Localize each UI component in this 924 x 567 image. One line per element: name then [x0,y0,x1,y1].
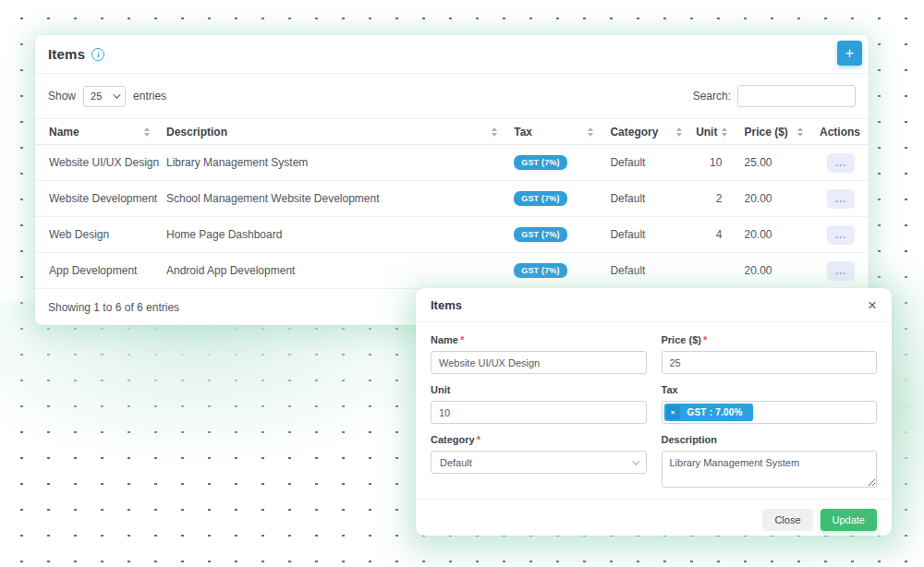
category-field-group: Category* Default [431,434,647,491]
tax-chip-label: GST : 7.00% [682,407,753,417]
cell-description: School Management Website Development [161,181,508,217]
column-header-unit[interactable]: Unit [693,119,739,145]
table-controls: Show 25 entries Search: [35,74,869,118]
table-row: Website UI/UX Design Library Management … [35,145,869,181]
column-header-actions: Actions [814,119,869,145]
items-table-card: Items i + Show 25 entries Search: Name D… [35,35,869,325]
unit-field[interactable] [431,401,647,424]
cell-description: Library Management System [161,145,508,181]
cell-actions: ... [814,253,869,289]
close-button[interactable]: Close [762,509,812,531]
edit-item-modal: Items × Name* Price ($)* Unit Tax × GST … [416,288,892,536]
modal-title: Items [431,298,462,312]
chevron-down-icon [632,457,639,464]
cell-price: 20.00 [738,253,814,289]
page-size-select[interactable]: 25 [83,86,126,107]
tax-badge: GST (7%) [514,227,567,242]
show-label: Show [48,90,76,103]
entries-label: entries [133,90,166,103]
cell-unit [693,253,739,289]
tax-label: Tax [662,384,878,395]
sort-icon [492,127,497,137]
page-size-value: 25 [91,90,102,102]
page-size-control: Show 25 entries [48,86,166,107]
remove-tax-icon[interactable]: × [666,405,680,419]
description-field[interactable]: Library Management System [662,451,878,488]
cell-name: App Development [35,253,161,289]
sort-icon [676,127,682,137]
unit-label: Unit [431,384,647,395]
cell-category: Default [604,253,692,289]
price-label: Price ($)* [662,334,878,345]
info-icon[interactable]: i [91,48,104,61]
row-actions-button[interactable]: ... [827,225,855,245]
table-row: Web Design Home Page Dashboard GST (7%) … [35,217,869,253]
required-asterisk: * [460,334,464,345]
cell-price: 20.00 [738,217,814,253]
unit-field-group: Unit [431,384,647,424]
cell-name: Web Design [35,217,161,253]
cell-unit: 4 [693,217,739,253]
tax-badge: GST (7%) [514,155,567,170]
cell-name: Website Development [35,181,161,217]
column-header-tax[interactable]: Tax [508,119,604,145]
category-label: Category* [431,434,647,445]
required-asterisk: * [477,434,480,445]
modal-header: Items × [416,288,892,322]
sort-icon [144,127,150,137]
price-field[interactable] [662,351,878,374]
cell-unit: 2 [693,181,739,217]
update-button[interactable]: Update [821,509,877,531]
tax-field-group: Tax × GST : 7.00% [662,384,878,424]
cell-price: 20.00 [738,181,814,217]
table-header-row: Name Description Tax Category Unit Price… [35,119,869,145]
description-field-group: Description Library Management System [662,434,878,491]
close-icon[interactable]: × [868,299,877,312]
name-field-group: Name* [431,334,647,374]
sort-icon [722,127,727,137]
column-header-price[interactable]: Price ($) [738,119,814,145]
row-actions-button[interactable]: ... [827,189,855,209]
table-row: Website Development School Management We… [35,181,869,217]
cell-tax: GST (7%) [508,253,604,289]
cell-description: Home Page Dashboard [161,217,508,253]
modal-body: Name* Price ($)* Unit Tax × GST : 7.00% … [416,322,892,499]
row-actions-button[interactable]: ... [827,261,855,281]
cell-price: 25.00 [738,145,814,181]
tax-badge: GST (7%) [514,263,567,278]
cell-category: Default [604,217,692,253]
cell-actions: ... [814,145,869,181]
cell-actions: ... [814,217,869,253]
column-header-description[interactable]: Description [161,119,508,145]
sort-icon [588,127,593,137]
cell-category: Default [604,145,692,181]
name-label: Name* [431,334,647,345]
sort-icon [797,127,803,137]
price-field-group: Price ($)* [662,334,878,374]
tax-field[interactable]: × GST : 7.00% [662,401,878,424]
cell-tax: GST (7%) [508,145,604,181]
required-asterisk: * [703,334,707,345]
cell-unit: 10 [693,145,739,181]
row-actions-button[interactable]: ... [827,153,855,173]
category-select[interactable]: Default [431,451,647,474]
column-header-name[interactable]: Name [35,119,161,145]
add-item-button[interactable]: + [837,41,862,66]
cell-tax: GST (7%) [508,217,604,253]
search-input[interactable] [737,85,856,107]
tax-badge: GST (7%) [514,191,567,206]
cell-description: Android App Development [161,253,508,289]
mint-glow [0,301,480,467]
page-title: Items [48,46,85,62]
chevron-down-icon [113,90,120,98]
card-header: Items i + [35,35,869,74]
search-control: Search: [693,85,856,107]
search-label: Search: [693,90,731,103]
description-label: Description [662,434,878,445]
items-table: Name Description Tax Category Unit Price… [35,118,869,289]
cell-name: Website UI/UX Design [35,145,161,181]
column-header-category[interactable]: Category [604,119,692,145]
cell-actions: ... [814,181,869,217]
name-field[interactable] [431,351,647,374]
modal-footer: Close Update [416,499,892,542]
